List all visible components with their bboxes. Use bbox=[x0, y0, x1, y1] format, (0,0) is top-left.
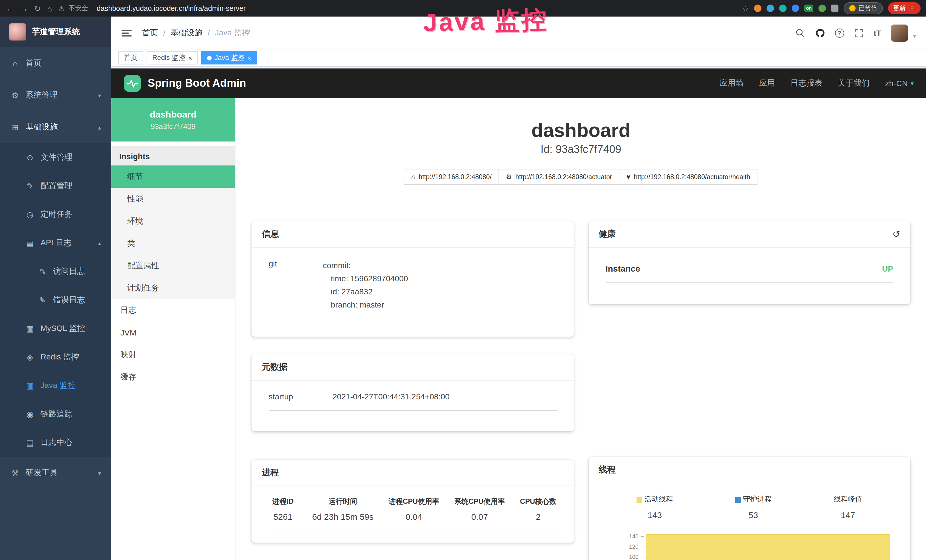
breadcrumb-home[interactable]: 首页 bbox=[142, 28, 158, 38]
sidebar-item-system-mgmt[interactable]: ⚙ 系统管理 ▾ bbox=[0, 79, 111, 111]
sidebar-item-mysql-monitor[interactable]: ▦ MySQL 监控 bbox=[0, 314, 111, 343]
column-header: 进程CPU使用率 bbox=[389, 498, 439, 506]
sba-nav-journal[interactable]: 日志报表 bbox=[791, 78, 823, 88]
sba-nav-about[interactable]: 关于我们 bbox=[838, 78, 870, 88]
fullscreen-icon[interactable] bbox=[854, 28, 864, 38]
history-icon[interactable]: ↺ bbox=[892, 229, 900, 240]
instance-links: ⌂ http://192.168.0.2:48080/ ⚙ http://192… bbox=[251, 169, 910, 185]
extension-icon[interactable] bbox=[767, 5, 774, 12]
sba-menu-item-details[interactable]: 细节 bbox=[111, 165, 235, 188]
metadata-card-body: startup 2021-04-27T00:44:31.254+08:00 bbox=[251, 381, 573, 422]
link-service-url[interactable]: ⌂ http://192.168.0.2:48080/ bbox=[404, 169, 499, 185]
extension-icon[interactable] bbox=[754, 5, 761, 12]
sidebar-item-label: Redis 监控 bbox=[41, 352, 79, 362]
sidebar-item-home[interactable]: ⌂ 首页 bbox=[0, 47, 111, 79]
hamburger-menu-icon[interactable] bbox=[121, 30, 132, 36]
sidebar-item-infrastructure[interactable]: ⊞ 基础设施 ▴ bbox=[0, 111, 111, 143]
update-button[interactable]: 更新 ⋮ bbox=[888, 2, 921, 14]
legend-label: 活动线程 bbox=[645, 495, 673, 504]
breadcrumb: 首页 / 基础设施 / Java 监控 bbox=[142, 28, 250, 38]
sba-language-select[interactable]: zh-CN ▾ bbox=[885, 79, 914, 88]
spring-boot-admin: Spring Boot Admin 应用墙 应用 日志报表 关于我们 zh-CN… bbox=[111, 68, 926, 560]
sba-menu-item-configprops[interactable]: 配置属性 bbox=[111, 254, 235, 277]
column-header: CPU核心数 bbox=[520, 498, 557, 506]
breadcrumb-infrastructure[interactable]: 基础设施 bbox=[171, 28, 203, 38]
sidebar-item-access-logs[interactable]: ✎ 访问日志 bbox=[0, 257, 111, 286]
health-row-instance[interactable]: Instance UP bbox=[605, 259, 893, 283]
active-dot bbox=[207, 56, 212, 60]
user-avatar[interactable] bbox=[891, 24, 908, 42]
close-icon[interactable]: × bbox=[247, 54, 251, 61]
sidebar-item-api-logs[interactable]: ▤ API 日志 ▴ bbox=[0, 229, 111, 257]
sidebar-item-file-mgmt[interactable]: ⊙ 文件管理 bbox=[0, 143, 111, 172]
extension-icon[interactable] bbox=[792, 5, 799, 12]
tab-java-monitor[interactable]: Java 监控 × bbox=[201, 51, 257, 65]
sidebar-item-log-center[interactable]: ▤ 日志中心 bbox=[0, 428, 111, 457]
tab-label: Redis 监控 bbox=[152, 53, 185, 63]
sba-nav-wallboard[interactable]: 应用墙 bbox=[720, 78, 744, 88]
link-label: http://192.168.0.2:48080/actuator/health bbox=[634, 173, 750, 180]
sba-menu-item-jvm[interactable]: JVM bbox=[111, 321, 235, 344]
sidebar-item-redis-monitor[interactable]: ◈ Redis 监控 bbox=[0, 343, 111, 371]
sidebar-item-trace[interactable]: ◉ 链路追踪 bbox=[0, 400, 111, 428]
tab-home[interactable]: 首页 bbox=[118, 51, 143, 65]
link-health-url[interactable]: ♥ http://192.168.0.2:48080/actuator/heal… bbox=[619, 169, 758, 185]
sba-menu-item-logs[interactable]: 日志 bbox=[111, 299, 235, 321]
sba-logo-icon[interactable] bbox=[124, 75, 141, 92]
sba-nav-applications[interactable]: 应用 bbox=[759, 78, 775, 88]
tab-label: Java 监控 bbox=[215, 53, 244, 63]
sba-menu-item-classes[interactable]: 类 bbox=[111, 232, 235, 254]
nav-label: 应用 bbox=[759, 78, 775, 88]
bookmark-star-icon[interactable]: ☆ bbox=[742, 4, 749, 12]
sba-menu-item-metrics[interactable]: 性能 bbox=[111, 188, 235, 210]
sidebar-item-label: 日志中心 bbox=[41, 437, 73, 448]
kebab-menu-icon[interactable]: ⋮ bbox=[909, 4, 915, 12]
tab-redis-monitor[interactable]: Redis 监控 × bbox=[147, 51, 198, 65]
file-icon: ⊙ bbox=[25, 153, 35, 162]
info-card-body: git commit: time: 1596289704000 id: 27aa… bbox=[251, 248, 573, 333]
sba-instance-header[interactable]: dashboard 93a3fc7f7409 bbox=[111, 98, 235, 141]
back-icon[interactable]: ← bbox=[6, 4, 14, 12]
gear-icon: ⚙ bbox=[10, 91, 20, 100]
font-size-icon[interactable]: tT bbox=[874, 29, 881, 38]
close-icon[interactable]: × bbox=[188, 54, 192, 61]
refresh-icon[interactable]: ↻ bbox=[34, 4, 41, 12]
sidebar-item-java-monitor[interactable]: ▥ Java 监控 bbox=[0, 371, 111, 400]
search-icon[interactable] bbox=[795, 28, 805, 38]
chevron-down-icon[interactable]: ▾ bbox=[913, 33, 916, 42]
paused-badge[interactable]: 已暂停 bbox=[844, 2, 883, 14]
app-logo[interactable]: 芋道管理系统 bbox=[0, 17, 111, 47]
forward-icon[interactable]: → bbox=[20, 4, 28, 12]
page-title: dashboard bbox=[251, 119, 910, 141]
extension-icon[interactable] bbox=[779, 5, 787, 12]
extensions-puzzle-icon[interactable] bbox=[831, 5, 838, 12]
sidebar-item-scheduled-jobs[interactable]: ◷ 定时任务 bbox=[0, 200, 111, 229]
extension-on-badge[interactable]: on bbox=[804, 5, 813, 12]
sidebar-item-label: API 日志 bbox=[41, 238, 71, 248]
git-line: id: 27aa832 bbox=[323, 285, 408, 298]
address-bar[interactable]: ⚠ 不安全 dashboard.yudao.iocoder.cn/infra/a… bbox=[58, 4, 735, 12]
help-icon[interactable]: ? bbox=[835, 29, 844, 38]
sidebar-item-error-logs[interactable]: ✎ 错误日志 bbox=[0, 286, 111, 314]
sba-menu-item-environment[interactable]: 环境 bbox=[111, 210, 235, 232]
sba-menu-item-caches[interactable]: 缓存 bbox=[111, 366, 235, 388]
legend-daemon-threads: 守护进程 53 bbox=[735, 495, 772, 520]
edit-icon: ✎ bbox=[25, 182, 35, 191]
sidebar-item-label: 配置管理 bbox=[41, 181, 73, 191]
browser-home-icon[interactable]: ⌂ bbox=[47, 4, 52, 12]
sba-header: Spring Boot Admin 应用墙 应用 日志报表 关于我们 zh-CN… bbox=[111, 68, 926, 98]
sba-brand-title[interactable]: Spring Boot Admin bbox=[148, 77, 246, 89]
sba-menu-item-scheduled-tasks[interactable]: 计划任务 bbox=[111, 277, 235, 299]
sba-menu-item-mappings[interactable]: 映射 bbox=[111, 344, 235, 366]
info-row-git: git commit: time: 1596289704000 id: 27aa… bbox=[269, 259, 557, 321]
health-card-body: Instance UP bbox=[589, 248, 910, 294]
url-text[interactable]: dashboard.yudao.iocoder.cn/infra/admin-s… bbox=[97, 4, 246, 12]
extension-icon[interactable] bbox=[819, 5, 826, 12]
link-actuator-url[interactable]: ⚙ http://192.168.0.2:48080/actuator bbox=[498, 169, 619, 185]
sidebar-item-config-mgmt[interactable]: ✎ 配置管理 bbox=[0, 172, 111, 200]
sidebar-item-dev-tools[interactable]: ⚒ 研发工具 ▾ bbox=[0, 457, 111, 489]
y-axis-tick: 120 bbox=[605, 543, 639, 550]
github-icon[interactable] bbox=[815, 28, 825, 38]
process-col-uptime: 运行时间 6d 23h 15m 59s bbox=[312, 498, 374, 522]
y-axis-tick: 140 bbox=[605, 533, 639, 539]
